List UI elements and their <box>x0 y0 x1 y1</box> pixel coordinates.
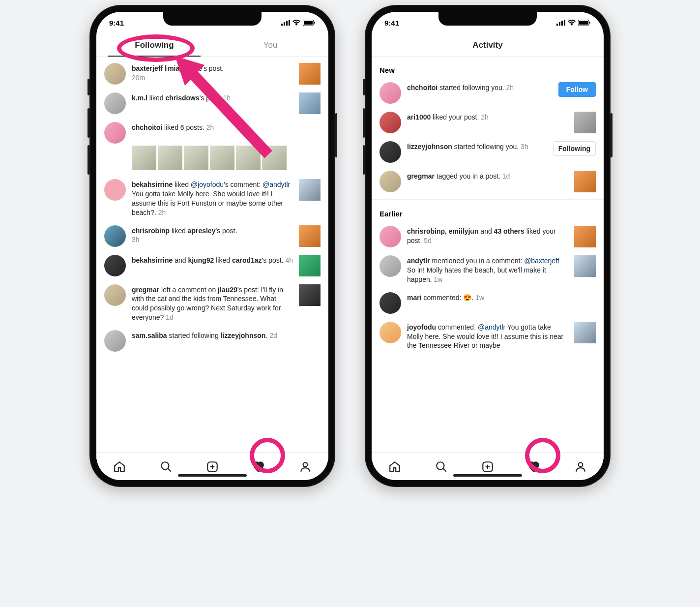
svg-point-22 <box>437 462 444 469</box>
post-thumbnail[interactable] <box>299 92 321 114</box>
home-icon[interactable] <box>113 460 126 473</box>
avatar[interactable] <box>104 225 126 247</box>
activity-text: k.m.l liked chrisdows's post. 1h <box>132 92 293 103</box>
activity-row[interactable]: baxterjeff limiajaywee's post. 20m <box>96 59 328 89</box>
activity-row[interactable]: lizzeyjohnson started following you. 3h … <box>372 137 604 167</box>
avatar[interactable] <box>379 292 401 314</box>
avatar[interactable] <box>379 226 401 247</box>
activity-feed[interactable]: New chchoitoi started following you. 2h … <box>372 57 604 453</box>
svg-rect-3 <box>289 20 290 26</box>
svg-rect-6 <box>314 22 315 24</box>
activity-row[interactable]: joyofodu commented: @andytlr You gotta t… <box>372 318 604 355</box>
follow-button[interactable]: Follow <box>558 82 596 97</box>
activity-row[interactable]: gregmar left a comment on jlau29's post:… <box>96 280 328 327</box>
svg-rect-2 <box>286 21 288 26</box>
activity-heart-icon[interactable] <box>527 460 540 473</box>
status-time: 9:41 <box>109 19 124 27</box>
activity-text: chrisrobinp, emiilyjun and 43 others lik… <box>407 226 568 245</box>
avatar[interactable] <box>104 330 126 352</box>
activity-row[interactable]: chchoitoi liked 6 posts. 2h <box>96 118 328 144</box>
post-thumbnail[interactable] <box>184 146 208 170</box>
activity-row[interactable]: gregmar tagged you in a post. 1d <box>372 167 604 196</box>
activity-row[interactable]: chchoitoi started following you. 2h Foll… <box>372 78 604 108</box>
tab-you[interactable]: You <box>212 34 328 56</box>
activity-row[interactable]: sam.saliba started following lizzeyjohns… <box>96 326 328 356</box>
section-header-earlier: Earlier <box>372 203 604 222</box>
post-thumbnail[interactable] <box>158 146 182 170</box>
wifi-icon <box>292 19 300 27</box>
avatar[interactable] <box>104 179 126 201</box>
avatar[interactable] <box>379 171 401 192</box>
tab-following-label: Following <box>135 40 174 50</box>
avatar[interactable] <box>379 112 401 133</box>
post-thumbnail[interactable] <box>210 146 234 170</box>
post-thumbnail[interactable] <box>574 255 596 277</box>
post-thumbnail[interactable] <box>299 255 321 276</box>
avatar[interactable] <box>379 82 401 104</box>
post-thumbnail[interactable] <box>299 63 321 85</box>
activity-text: andytlr mentioned you in a comment: @bax… <box>407 255 568 284</box>
following-button[interactable]: Following <box>553 141 596 156</box>
activity-row[interactable]: chrisrobinp, emiilyjun and 43 others lik… <box>372 222 604 251</box>
svg-line-10 <box>168 468 171 472</box>
avatar[interactable] <box>104 255 126 276</box>
post-thumbnail[interactable] <box>262 146 287 170</box>
post-thumbnail[interactable] <box>574 112 596 133</box>
search-icon[interactable] <box>435 460 448 473</box>
avatar[interactable] <box>104 122 126 144</box>
activity-row[interactable]: k.m.l liked chrisdows's post. 1h <box>96 89 328 118</box>
post-thumbnail[interactable] <box>236 146 261 170</box>
svg-rect-5 <box>304 21 313 25</box>
following-feed[interactable]: baxterjeff limiajaywee's post. 20m k.m.l… <box>96 57 328 453</box>
post-thumbnail[interactable] <box>299 284 321 306</box>
battery-icon <box>578 19 591 27</box>
cellular-signal-icon <box>281 19 290 27</box>
avatar[interactable] <box>379 141 401 163</box>
activity-row[interactable]: chrisrobinp liked apresley's post. 3h <box>96 221 328 251</box>
activity-row[interactable]: andytlr mentioned you in a comment: @bax… <box>372 251 604 288</box>
svg-rect-16 <box>559 22 560 26</box>
phone-left: 9:41 Following You <box>89 5 335 487</box>
header-title: Activity <box>372 40 604 50</box>
svg-point-14 <box>303 462 307 467</box>
header-tabs: Following You <box>96 33 328 57</box>
activity-text: chrisrobinp liked apresley's post. 3h <box>132 225 293 245</box>
activity-text: bekahsirrine liked @joyofodu's comment: … <box>132 179 293 217</box>
profile-icon[interactable] <box>299 460 312 473</box>
post-thumbnail[interactable] <box>299 179 321 201</box>
home-icon[interactable] <box>388 460 401 473</box>
search-icon[interactable] <box>160 460 173 473</box>
avatar[interactable] <box>379 255 401 277</box>
activity-text: bekahsirrine and kjung92 liked carod1az'… <box>132 255 293 265</box>
svg-rect-15 <box>556 24 558 26</box>
avatar[interactable] <box>104 63 126 85</box>
activity-heart-icon[interactable] <box>252 460 265 473</box>
activity-row[interactable]: bekahsirrine liked @joyofodu's comment: … <box>96 175 328 221</box>
phone-right: 9:41 Activity New chchoitoi started foll… <box>365 5 611 487</box>
avatar[interactable] <box>379 322 401 343</box>
avatar[interactable] <box>104 92 126 114</box>
svg-rect-1 <box>284 22 285 26</box>
post-thumbnail[interactable] <box>574 226 596 247</box>
notch <box>438 12 537 26</box>
tab-following[interactable]: Following <box>96 34 212 56</box>
cellular-signal-icon <box>556 19 565 27</box>
add-post-icon[interactable] <box>206 460 219 473</box>
activity-row[interactable]: ari1000 liked your post. 2h <box>372 108 604 137</box>
post-thumbnail[interactable] <box>299 225 321 247</box>
home-indicator <box>453 474 522 477</box>
svg-line-23 <box>443 468 446 472</box>
post-thumbnail[interactable] <box>132 146 156 170</box>
activity-text: sam.saliba started following lizzeyjohns… <box>132 330 321 340</box>
post-thumbnail[interactable] <box>574 171 596 192</box>
svg-rect-20 <box>579 21 588 25</box>
add-post-icon[interactable] <box>481 460 494 473</box>
activity-text: chchoitoi started following you. 2h <box>407 82 553 92</box>
svg-point-9 <box>161 462 169 469</box>
profile-icon[interactable] <box>574 460 587 473</box>
activity-row[interactable]: bekahsirrine and kjung92 liked carod1az'… <box>96 251 328 280</box>
avatar[interactable] <box>104 284 126 306</box>
post-thumbnail[interactable] <box>574 322 596 343</box>
activity-row[interactable]: mari commented: 😍. 1w <box>372 288 604 318</box>
svg-point-27 <box>578 462 583 467</box>
